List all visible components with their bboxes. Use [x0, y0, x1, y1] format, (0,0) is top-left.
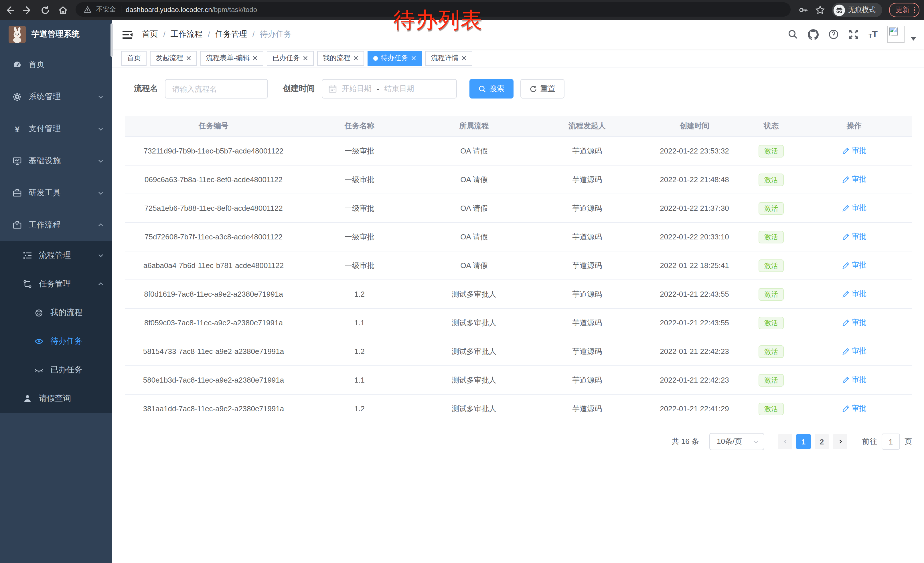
approve-action-link[interactable]: 审批	[842, 289, 867, 299]
tab[interactable]: 流程表单-编辑	[200, 51, 263, 66]
chevron-up-icon	[98, 222, 104, 228]
approve-action-link[interactable]: 审批	[842, 174, 867, 185]
cell-created: 2022-01-21 22:43:55	[643, 308, 746, 337]
approve-action-link[interactable]: 审批	[842, 318, 867, 328]
page-button-1[interactable]: 1	[796, 434, 811, 449]
incognito-badge[interactable]: 无痕模式	[831, 3, 882, 17]
sidebar-item-task-mgmt[interactable]: 任务管理	[0, 270, 112, 299]
table-row: 75d72608-7b7f-11ec-a3c8-acde48001122 一级审…	[125, 222, 912, 251]
dashboard-icon	[13, 60, 22, 69]
process-name-input[interactable]	[165, 79, 268, 99]
table-row: 381aa1dd-7ac8-11ec-a9e2-a2380e71991a 1.2…	[125, 394, 912, 423]
sidebar-item-todo-tasks[interactable]: 待办任务	[0, 327, 112, 356]
approve-action-link[interactable]: 审批	[842, 346, 867, 357]
sidebar-item-infrastructure[interactable]: 基础设施	[0, 145, 112, 177]
search-button[interactable]: 搜索	[470, 79, 513, 99]
tab-close-icon[interactable]	[252, 56, 258, 61]
password-key-icon[interactable]	[798, 5, 808, 15]
sidebar-item-label: 研发工具	[28, 188, 98, 198]
create-time-label: 创建时间	[283, 84, 315, 94]
content-header: 首页 / 工作流程 / 任务管理 / 待办任务 TT	[112, 20, 924, 49]
reset-button[interactable]: 重置	[520, 79, 564, 99]
breadcrumb-item[interactable]: 首页	[142, 29, 158, 39]
start-date-placeholder[interactable]: 开始日期	[342, 84, 372, 94]
bookmark-star-icon[interactable]	[815, 5, 825, 15]
cell-task-name: 1.2	[302, 337, 417, 366]
tab-close-icon[interactable]	[186, 56, 191, 61]
breadcrumb-item[interactable]: 工作流程	[171, 29, 202, 39]
search-icon[interactable]	[788, 29, 798, 39]
reload-icon[interactable]	[40, 6, 50, 15]
approve-action-link[interactable]: 审批	[842, 260, 867, 270]
gear-icon	[13, 92, 22, 101]
update-button[interactable]: 更新	[889, 3, 920, 17]
security-label[interactable]: 不安全	[96, 5, 116, 14]
next-page-button[interactable]	[833, 434, 847, 449]
sidebar-item-done-tasks[interactable]: 已办任务	[0, 356, 112, 384]
sidebar-item-my-process[interactable]: 我的流程	[0, 299, 112, 327]
tab[interactable]: 待办任务	[368, 51, 422, 66]
cell-process: 测试多审批人	[417, 394, 531, 423]
tab-close-icon[interactable]	[411, 56, 416, 61]
prev-page-button[interactable]	[778, 434, 792, 449]
approve-action-link[interactable]: 审批	[842, 404, 867, 414]
tab[interactable]: 已办任务	[267, 51, 314, 66]
sidebar-item-workflow[interactable]: 工作流程	[0, 209, 112, 241]
back-icon[interactable]	[5, 6, 14, 15]
tab-close-icon[interactable]	[303, 56, 308, 61]
app-logo-row[interactable]: 芋道管理系统	[0, 20, 112, 49]
approve-action-link[interactable]: 审批	[842, 203, 867, 213]
sidebar-item-payment[interactable]: ¥ 支付管理	[0, 113, 112, 145]
tab[interactable]: 发起流程	[150, 51, 197, 66]
browser-menu-icon[interactable]	[914, 7, 915, 14]
tags-view-bar: 首页 发起流程 流程表单-编辑 已办任务 我的流程 待办任务	[112, 49, 924, 68]
robot-icon	[34, 308, 44, 317]
approve-action-link[interactable]: 审批	[842, 146, 867, 156]
sidebar: 芋道管理系统 首页 系统管理 ¥ 支付管理 基础设施	[0, 20, 112, 563]
sidebar-collapse-icon[interactable]	[112, 30, 142, 39]
sidebar-item-label: 基础设施	[28, 156, 98, 166]
table-row: 8f0d1619-7ac8-11ec-a9e2-a2380e71991a 1.2…	[125, 280, 912, 308]
forward-icon[interactable]	[23, 6, 32, 15]
cell-task-id: 73211d9d-7b9b-11ec-b5b7-acde48001122	[125, 137, 302, 165]
security-warning-icon[interactable]	[84, 6, 92, 14]
table-row: 725a1eb6-7b88-11ec-8ef0-acde48001122 一级审…	[125, 194, 912, 222]
page-size-select[interactable]: 10条/页	[710, 433, 764, 450]
edit-pencil-icon	[842, 262, 849, 269]
goto-page-input[interactable]	[882, 434, 900, 450]
chevron-down-icon	[98, 158, 104, 164]
tab[interactable]: 我的流程	[317, 51, 364, 66]
fullscreen-icon[interactable]	[848, 29, 859, 39]
help-icon[interactable]	[828, 29, 839, 39]
approve-action-link[interactable]: 审批	[842, 375, 867, 385]
cell-starter: 芋道源码	[531, 308, 643, 337]
avatar[interactable]	[887, 26, 904, 43]
font-size-icon[interactable]: TT	[868, 30, 878, 39]
github-icon[interactable]	[808, 29, 819, 40]
sidebar-item-home[interactable]: 首页	[0, 49, 112, 81]
tab[interactable]: 首页	[122, 51, 147, 66]
user-menu-caret-icon[interactable]	[911, 37, 916, 41]
sidebar-item-process-mgmt[interactable]: 流程管理	[0, 241, 112, 270]
edit-pencil-icon	[842, 348, 849, 355]
tab[interactable]: 流程详情	[425, 51, 472, 66]
sidebar-item-leave-query[interactable]: 请假查询	[0, 384, 112, 413]
tab-close-icon[interactable]	[353, 56, 358, 61]
home-icon[interactable]	[58, 6, 68, 15]
table-row: a6aba0a4-7b6d-11ec-b781-acde48001122 一级审…	[125, 251, 912, 280]
table-row: 58154733-7ac8-11ec-a9e2-a2380e71991a 1.2…	[125, 337, 912, 366]
sidebar-item-dev-tools[interactable]: 研发工具	[0, 177, 112, 209]
date-range-picker[interactable]: 开始日期 - 结束日期	[322, 79, 457, 99]
breadcrumb-item[interactable]: 任务管理	[215, 29, 248, 39]
tree-list-icon	[23, 251, 32, 260]
approve-action-label: 审批	[852, 346, 867, 357]
end-date-placeholder[interactable]: 结束日期	[384, 84, 414, 94]
tab-close-icon[interactable]	[461, 56, 466, 61]
cell-created: 2022-01-22 21:48:48	[643, 165, 746, 194]
status-badge: 激活	[759, 402, 784, 415]
sidebar-item-system[interactable]: 系统管理	[0, 81, 112, 113]
approve-action-label: 审批	[852, 232, 867, 242]
sidebar-scrollbar-thumb[interactable]	[111, 24, 113, 57]
page-button-2[interactable]: 2	[814, 434, 829, 449]
approve-action-link[interactable]: 审批	[842, 232, 867, 242]
